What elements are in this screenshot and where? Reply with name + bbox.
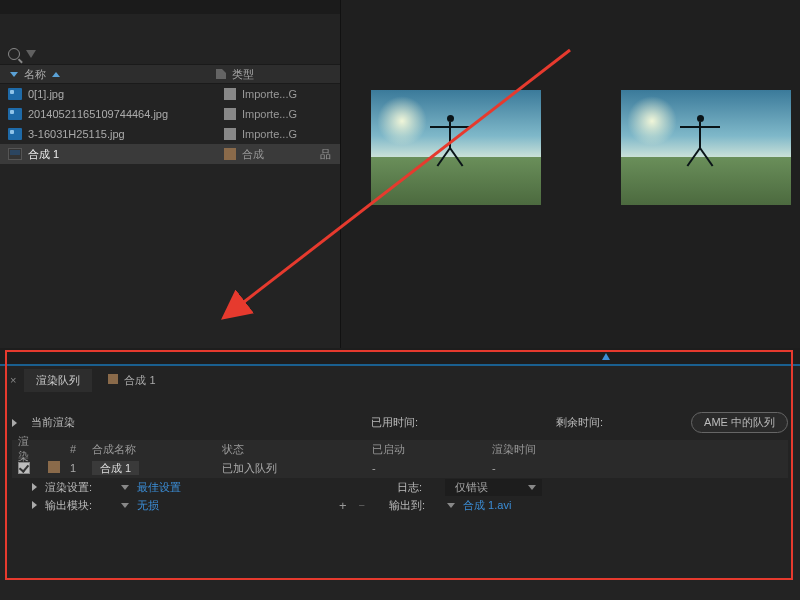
- render-settings-link[interactable]: 最佳设置: [137, 480, 181, 495]
- hierarchy-icon: 品: [318, 147, 332, 162]
- log-label: 日志:: [397, 480, 437, 495]
- column-type-header[interactable]: 类型: [232, 67, 332, 82]
- render-queue-panel: 当前渲染 已用时间: 剩余时间: AME 中的队列 渲染 # 合成名称 状态 已…: [0, 394, 800, 514]
- panel-tabs: × 渲染队列 合成 1: [0, 366, 800, 394]
- col-status[interactable]: 状态: [216, 442, 366, 457]
- project-search-bar: [0, 44, 340, 64]
- project-panel: 名称 类型 0[1].jpg Importe...G 2014052116510…: [0, 0, 340, 360]
- label-swatch: [108, 374, 118, 384]
- output-file-link[interactable]: 合成 1.avi: [463, 498, 511, 513]
- output-module-row: 输出模块: 无损 + − 输出到: 合成 1.avi: [12, 496, 788, 514]
- project-item-row[interactable]: 3-16031H25115.jpg Importe...G: [0, 124, 340, 144]
- col-render[interactable]: 渲染: [12, 434, 42, 464]
- file-type: Importe...G: [242, 88, 312, 100]
- render-settings-row: 渲染设置: 最佳设置 日志: 仅错误: [12, 478, 788, 496]
- expand-icon[interactable]: [32, 501, 37, 509]
- col-started[interactable]: 已启动: [366, 442, 486, 457]
- file-type: Importe...G: [242, 128, 312, 140]
- chevron-down-icon: [528, 485, 536, 490]
- expand-icon[interactable]: [12, 419, 17, 427]
- project-item-row[interactable]: 20140521165109744464.jpg Importe...G: [0, 104, 340, 124]
- label-swatch[interactable]: [224, 108, 236, 120]
- render-checkbox[interactable]: [18, 462, 30, 474]
- image-file-icon: [8, 128, 22, 140]
- label-swatch[interactable]: [224, 88, 236, 100]
- output-module-label: 输出模块:: [45, 498, 113, 513]
- close-tab-icon[interactable]: ×: [6, 374, 20, 386]
- item-status: 已加入队列: [216, 461, 366, 476]
- filter-icon[interactable]: [26, 50, 36, 58]
- col-render-time[interactable]: 渲染时间: [486, 442, 626, 457]
- label-column-icon[interactable]: [216, 69, 226, 79]
- composition-icon: [8, 148, 22, 160]
- item-number: 1: [64, 462, 86, 474]
- label-swatch[interactable]: [224, 148, 236, 160]
- log-dropdown[interactable]: 仅错误: [445, 479, 542, 496]
- item-started: -: [366, 462, 486, 474]
- log-value: 仅错误: [455, 480, 488, 495]
- elapsed-time-label: 已用时间:: [371, 415, 418, 430]
- chevron-down-icon[interactable]: [121, 503, 129, 508]
- project-columns-header[interactable]: 名称 类型: [0, 64, 340, 84]
- project-panel-header: [0, 0, 340, 14]
- file-type: 合成: [242, 147, 312, 162]
- file-name: 20140521165109744464.jpg: [28, 108, 218, 120]
- col-comp-name[interactable]: 合成名称: [86, 442, 216, 457]
- time-indicator-icon[interactable]: [602, 353, 610, 360]
- file-name: 合成 1: [28, 147, 218, 162]
- queue-in-ame-button[interactable]: AME 中的队列: [691, 412, 788, 433]
- label-swatch[interactable]: [224, 128, 236, 140]
- add-output-icon[interactable]: +: [339, 498, 347, 513]
- image-file-icon: [8, 88, 22, 100]
- output-to-label: 输出到:: [389, 498, 439, 513]
- tab-composition[interactable]: 合成 1: [96, 369, 167, 392]
- render-queue-item-row[interactable]: 1 合成 1 已加入队列 - -: [12, 458, 788, 478]
- current-render-label: 当前渲染: [31, 415, 75, 430]
- label-swatch[interactable]: [48, 461, 60, 473]
- item-comp-name: 合成 1: [86, 461, 216, 476]
- viewer-footer-bar: [0, 348, 800, 364]
- col-number[interactable]: #: [64, 443, 86, 455]
- project-item-row[interactable]: 0[1].jpg Importe...G: [0, 84, 340, 104]
- item-render-time: -: [486, 462, 626, 474]
- remove-output-icon: −: [359, 499, 365, 511]
- composition-viewer: [340, 0, 800, 360]
- lower-panels: × 渲染队列 合成 1 当前渲染 已用时间: 剩余时间: AME 中的队列 渲染…: [0, 364, 800, 600]
- render-settings-label: 渲染设置:: [45, 480, 113, 495]
- composition-preview[interactable]: [371, 90, 541, 205]
- tab-render-queue[interactable]: 渲染队列: [24, 369, 92, 392]
- file-type: Importe...G: [242, 108, 312, 120]
- search-icon[interactable]: [8, 48, 20, 60]
- project-item-row[interactable]: 合成 1 合成 品: [0, 144, 340, 164]
- column-name-header[interactable]: 名称: [24, 67, 210, 82]
- render-queue-columns-header: 渲染 # 合成名称 状态 已启动 渲染时间: [12, 440, 788, 458]
- file-name: 3-16031H25115.jpg: [28, 128, 218, 140]
- render-queue-status-row: 当前渲染 已用时间: 剩余时间: AME 中的队列: [12, 412, 788, 433]
- expand-icon[interactable]: [32, 483, 37, 491]
- remaining-time-label: 剩余时间:: [556, 415, 603, 430]
- sort-asc-icon: [52, 72, 60, 77]
- output-module-link[interactable]: 无损: [137, 498, 159, 513]
- image-file-icon: [8, 108, 22, 120]
- chevron-down-icon[interactable]: [447, 503, 455, 508]
- chevron-down-icon[interactable]: [121, 485, 129, 490]
- collapse-icon[interactable]: [10, 72, 18, 77]
- file-name: 0[1].jpg: [28, 88, 218, 100]
- composition-preview[interactable]: [621, 90, 791, 205]
